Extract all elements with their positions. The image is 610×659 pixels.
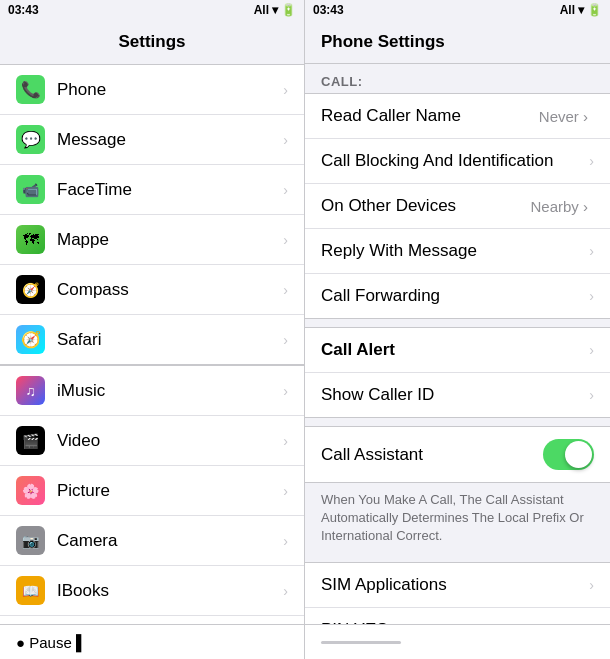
call-assistant-toggle[interactable] xyxy=(543,439,594,470)
chevron-icon: › xyxy=(283,332,288,348)
sidebar-item-maps[interactable]: 🗺 Mappe › xyxy=(0,215,304,265)
right-time: 03:43 xyxy=(313,3,344,17)
left-nav-title: Settings xyxy=(118,32,185,52)
sidebar-item-videos[interactable]: 🎬 Video › xyxy=(0,416,304,466)
videos-label: Video xyxy=(57,431,283,451)
other-devices-value: Nearby › xyxy=(530,198,588,215)
camera-label: Camera xyxy=(57,531,283,551)
right-battery-icon: 🔋 xyxy=(587,3,602,17)
safari-label: Safari xyxy=(57,330,283,350)
phone-label: Phone xyxy=(57,80,283,100)
chevron-icon: › xyxy=(283,182,288,198)
safari-icon: 🧭 xyxy=(16,325,45,354)
show-caller-id-label: Show Caller ID xyxy=(321,385,589,405)
right-signal: All xyxy=(560,3,575,17)
facetime-label: FaceTime xyxy=(57,180,283,200)
reply-message-label: Reply With Message xyxy=(321,241,589,261)
left-nav-header: Settings xyxy=(0,20,305,64)
right-status-bar: 03:43 All ▾ 🔋 xyxy=(305,0,610,20)
call-assistant-description: When You Make A Call, The Call Assistant… xyxy=(305,483,610,554)
bottom-left-bar: ● Pause ▌ xyxy=(0,624,305,659)
right-panel: CALL: Read Caller Name Never › Call Bloc… xyxy=(305,64,610,624)
left-status-bar: 03:43 All ▾ 🔋 xyxy=(0,0,305,20)
sidebar-item-compass[interactable]: 🧭 Compass › xyxy=(0,265,304,315)
call-forwarding-label: Call Forwarding xyxy=(321,286,589,306)
other-devices-label: On Other Devices xyxy=(321,196,530,216)
call-forwarding-item[interactable]: Call Forwarding › xyxy=(305,274,610,318)
chevron-icon: › xyxy=(589,153,594,169)
chevron-icon: › xyxy=(589,288,594,304)
phone-icon: 📞 xyxy=(16,75,45,104)
compass-label: Compass xyxy=(57,280,283,300)
left-wifi-icon: ▾ xyxy=(272,3,278,17)
sim-apps-item[interactable]: SIM Applications › xyxy=(305,563,610,608)
chevron-icon: › xyxy=(283,132,288,148)
section-divider-3 xyxy=(305,418,610,426)
section-divider-4 xyxy=(305,554,610,562)
ibooks-label: IBooks xyxy=(57,581,283,601)
camera-icon: 📷 xyxy=(16,526,45,555)
chevron-icon: › xyxy=(283,282,288,298)
right-nav-header: Phone Settings xyxy=(305,20,610,64)
show-caller-id-item[interactable]: Show Caller ID › xyxy=(305,373,610,417)
sidebar-item-music[interactable]: ♫ iMusic › xyxy=(0,366,304,416)
music-icon: ♫ xyxy=(16,376,45,405)
maps-icon: 🗺 xyxy=(16,225,45,254)
section-divider-2 xyxy=(305,319,610,327)
read-caller-value: Never › xyxy=(539,108,588,125)
call-alert-item[interactable]: Call Alert › xyxy=(305,328,610,373)
left-time: 03:43 xyxy=(8,3,39,17)
chevron-icon: › xyxy=(283,433,288,449)
chevron-icon: › xyxy=(589,243,594,259)
toggle-knob xyxy=(565,441,592,468)
chevron-icon: › xyxy=(283,82,288,98)
bottom-right-bar xyxy=(305,624,610,659)
videos-icon: 🎬 xyxy=(16,426,45,455)
sim-group: SIM Applications › PIN YES › xyxy=(305,562,610,624)
call-section-header: CALL: xyxy=(305,64,610,93)
chevron-icon: › xyxy=(589,342,594,358)
right-wifi-icon: ▾ xyxy=(578,3,584,17)
right-nav-title: Phone Settings xyxy=(321,32,445,52)
read-caller-label: Read Caller Name xyxy=(321,106,539,126)
other-devices-item[interactable]: On Other Devices Nearby › xyxy=(305,184,610,229)
call-assistant-group: Call Assistant xyxy=(305,426,610,483)
call-alert-label: Call Alert xyxy=(321,340,589,360)
chevron-icon: › xyxy=(589,577,594,593)
call-settings-group: Read Caller Name Never › Call Blocking A… xyxy=(305,93,610,319)
music-label: iMusic xyxy=(57,381,283,401)
sidebar-item-messages[interactable]: 💬 Message › xyxy=(0,115,304,165)
sidebar-item-podcasts[interactable]: 🎙 Podcast › xyxy=(0,616,304,624)
sidebar-item-phone[interactable]: 📞 Phone › xyxy=(0,65,304,115)
pin-yes-item[interactable]: PIN YES › xyxy=(305,608,610,624)
facetime-icon: 📹 xyxy=(16,175,45,204)
left-battery-icon: 🔋 xyxy=(281,3,296,17)
sim-apps-label: SIM Applications xyxy=(321,575,589,595)
left-signal: All xyxy=(254,3,269,17)
chevron-icon: › xyxy=(283,232,288,248)
call-assistant-item[interactable]: Call Assistant xyxy=(305,427,610,482)
maps-label: Mappe xyxy=(57,230,283,250)
messages-icon: 💬 xyxy=(16,125,45,154)
compass-icon: 🧭 xyxy=(16,275,45,304)
chevron-icon: › xyxy=(283,383,288,399)
reply-message-item[interactable]: Reply With Message › xyxy=(305,229,610,274)
left-panel: 📞 Phone › 💬 Message › 📹 FaceTime xyxy=(0,64,305,624)
chevron-icon: › xyxy=(283,583,288,599)
scroll-indicator xyxy=(321,641,401,644)
settings-group-2: ♫ iMusic › 🎬 Video › 🌸 Picture xyxy=(0,365,304,624)
chevron-icon: › xyxy=(589,387,594,403)
sidebar-item-photos[interactable]: 🌸 Picture › xyxy=(0,466,304,516)
photos-label: Picture xyxy=(57,481,283,501)
call-blocking-item[interactable]: Call Blocking And Identification › xyxy=(305,139,610,184)
chevron-icon: › xyxy=(283,533,288,549)
sidebar-item-safari[interactable]: 🧭 Safari › xyxy=(0,315,304,364)
call-assistant-label: Call Assistant xyxy=(321,445,543,465)
ibooks-icon: 📖 xyxy=(16,576,45,605)
read-caller-item[interactable]: Read Caller Name Never › xyxy=(305,94,610,139)
sidebar-item-camera[interactable]: 📷 Camera › xyxy=(0,516,304,566)
sidebar-item-ibooks[interactable]: 📖 IBooks › xyxy=(0,566,304,616)
sidebar-item-facetime[interactable]: 📹 FaceTime › xyxy=(0,165,304,215)
chevron-icon: › xyxy=(283,483,288,499)
bottom-left-text: ● Pause ▌ xyxy=(16,634,87,651)
